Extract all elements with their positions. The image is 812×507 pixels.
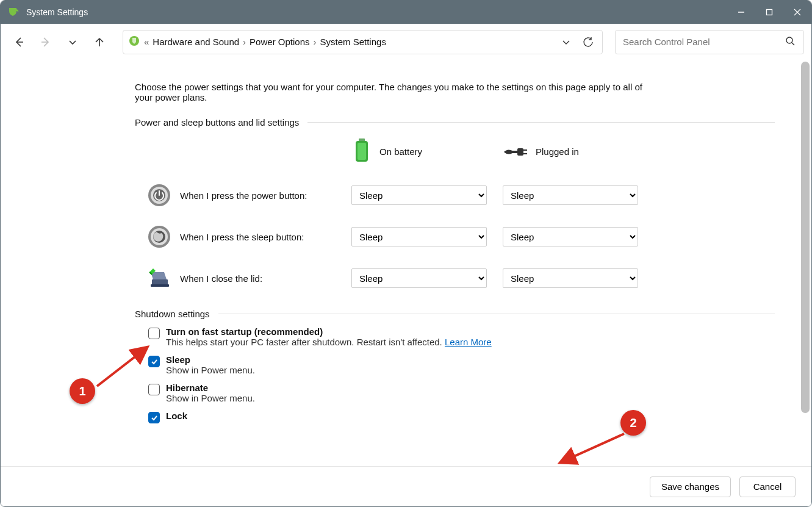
lid-plugged-select[interactable]: Sleep <box>503 268 638 288</box>
annotation-badge-2: 2 <box>620 410 646 436</box>
svg-point-7 <box>786 37 792 43</box>
checkbox-icon[interactable] <box>148 412 160 423</box>
scrollbar[interactable] <box>801 62 810 413</box>
toolbar: « Hardware and Sound › Power Options › S… <box>1 24 811 60</box>
chevron-right-icon: › <box>314 37 317 47</box>
address-bar[interactable]: « Hardware and Sound › Power Options › S… <box>123 30 603 54</box>
svg-rect-22 <box>151 284 169 287</box>
breadcrumb-hardware[interactable]: Hardware and Sound <box>153 37 239 47</box>
checkbox-fast-startup[interactable]: Turn on fast startup (recommended) This … <box>148 326 775 347</box>
checkbox-label: Lock <box>166 411 187 421</box>
app-icon <box>8 6 20 18</box>
sleep-button-plugged-select[interactable]: Sleep <box>503 227 638 246</box>
row-close-lid: When I close the lid: Sleep Sleep <box>135 266 775 290</box>
forward-button[interactable] <box>35 31 57 53</box>
intro-text: Choose the power settings that you want … <box>135 82 653 102</box>
power-button-plugged-select[interactable]: Sleep <box>503 185 638 205</box>
search-icon <box>785 36 797 48</box>
window-title: System Settings <box>26 7 88 17</box>
checkbox-desc: This helps start your PC faster after sh… <box>166 337 445 347</box>
row-sleep-button: When I press the sleep button: Sleep Sle… <box>135 225 775 249</box>
address-icon <box>128 35 140 49</box>
checkbox-icon[interactable] <box>148 384 160 395</box>
checkbox-icon[interactable] <box>148 356 160 367</box>
laptop-lid-icon <box>147 266 171 290</box>
checkbox-label: Turn on fast startup (recommended) <box>166 326 323 337</box>
column-headers: On battery Plugged in <box>135 137 775 166</box>
content-area: Choose the power settings that you want … <box>1 60 811 466</box>
recent-locations-button[interactable] <box>62 31 84 53</box>
refresh-button[interactable] <box>579 33 597 51</box>
search-input[interactable] <box>622 36 785 48</box>
section-shutdown: Shutdown settings <box>135 309 775 319</box>
checkbox-desc: Show in Power menu. <box>166 393 255 403</box>
lid-battery-select[interactable]: Sleep <box>351 268 487 288</box>
checkbox-lock[interactable]: Lock <box>148 411 775 423</box>
power-button-icon <box>147 183 171 207</box>
sleep-button-battery-select[interactable]: Sleep <box>351 227 487 246</box>
footer: Save changes Cancel <box>1 466 811 506</box>
search-box[interactable] <box>615 30 804 54</box>
svg-rect-12 <box>517 148 523 156</box>
up-button[interactable] <box>88 31 110 53</box>
chevron-right-icon: › <box>243 37 246 47</box>
checkbox-icon[interactable] <box>148 328 160 339</box>
battery-icon <box>351 137 372 166</box>
learn-more-link[interactable]: Learn More <box>445 337 492 347</box>
maximize-button[interactable] <box>755 1 783 24</box>
save-changes-button[interactable]: Save changes <box>650 476 731 497</box>
checkbox-hibernate[interactable]: Hibernate Show in Power menu. <box>148 383 775 403</box>
power-button-battery-select[interactable]: Sleep <box>351 185 487 205</box>
column-label-battery: On battery <box>379 146 422 157</box>
cancel-button[interactable]: Cancel <box>739 476 796 497</box>
row-label: When I close the lid: <box>180 273 262 284</box>
row-power-button: When I press the power button: Sleep Sle… <box>135 183 775 207</box>
window: System Settings « Hardware and Sound › P… <box>0 0 812 507</box>
column-label-plugged: Plugged in <box>536 146 579 157</box>
breadcrumb-power-options[interactable]: Power Options <box>250 37 309 47</box>
svg-rect-1 <box>767 10 772 15</box>
svg-line-8 <box>792 43 794 45</box>
minimize-button[interactable] <box>727 1 755 24</box>
back-button[interactable] <box>8 31 30 53</box>
checkbox-sleep[interactable]: Sleep Show in Power menu. <box>148 354 775 375</box>
checkbox-label: Hibernate <box>166 383 208 393</box>
close-button[interactable] <box>783 1 811 24</box>
row-label: When I press the power button: <box>180 190 307 201</box>
checkbox-desc: Show in Power menu. <box>166 365 255 375</box>
address-dropdown-button[interactable] <box>557 33 575 51</box>
breadcrumb-system-settings[interactable]: System Settings <box>320 37 386 47</box>
titlebar: System Settings <box>1 1 811 24</box>
annotation-badge-1: 1 <box>70 378 95 404</box>
checkbox-label: Sleep <box>166 354 190 365</box>
plug-icon <box>503 143 528 160</box>
section-power-buttons: Power and sleep buttons and lid settings <box>135 117 775 128</box>
chevron-left-icon: « <box>144 37 149 47</box>
svg-rect-11 <box>357 143 366 160</box>
row-label: When I press the sleep button: <box>180 232 304 242</box>
sleep-button-icon <box>147 225 171 249</box>
